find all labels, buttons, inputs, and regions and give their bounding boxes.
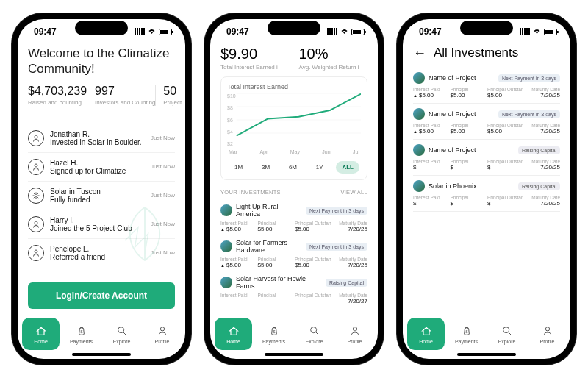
feed-item[interactable]: Penelope L.Referred a friendJust Now [28, 239, 175, 267]
divider [18, 118, 185, 118]
payments-icon: $ [75, 324, 88, 338]
signal-icon [327, 28, 337, 35]
wifi-icon [340, 26, 349, 37]
tab-home[interactable]: Home [215, 318, 252, 350]
explore-icon [501, 324, 514, 338]
label-maturity-date: Maturity Date [332, 221, 368, 226]
investment-item[interactable]: Solar Harvest for Howle FarmsRaising Cap… [220, 271, 368, 307]
status-chip: Next Payment in 3 days [498, 110, 560, 118]
svg-point-4 [35, 250, 37, 253]
range-ALL[interactable]: ALL [336, 161, 359, 174]
feed-name: Harry I. [50, 216, 145, 224]
tab-explore[interactable]: Explore [488, 318, 526, 350]
value-principal-outstanding: $5.00 [487, 128, 523, 135]
svg-point-17 [503, 327, 509, 332]
label-principal-outstanding: Principal Outstanding [487, 195, 523, 200]
value-maturity-date: 7/20/25 [525, 200, 561, 207]
investment-item[interactable]: Name of ProjectRaising CapitalInterest P… [413, 140, 560, 176]
explore-icon [115, 324, 129, 338]
tab-bar: Home $Payments Explore Profile [210, 315, 378, 352]
activity-feed: Jonathan R.Invested in Solar in Boulder.… [28, 124, 175, 279]
project-thumb-icon [413, 108, 425, 120]
project-name: Name of Project [429, 110, 495, 118]
info-icon[interactable]: i [276, 64, 278, 71]
tab-explore-label: Explore [306, 339, 323, 344]
svg-point-14 [310, 327, 316, 332]
chart-card: Total Interest Earned $10$8$6$4$2 MarApr… [220, 76, 368, 180]
login-button[interactable]: Login/Create Account [28, 282, 175, 309]
back-button[interactable]: ← [413, 46, 426, 60]
view-all-link[interactable]: VIEW ALL [340, 189, 368, 196]
profile-icon [541, 324, 554, 338]
tab-profile[interactable]: Profile [336, 318, 373, 350]
y-tick: $6 [227, 118, 236, 123]
label-principal-outstanding: Principal Outstanding [487, 87, 523, 92]
feed-item[interactable]: Jonathan R.Invested in Solar in Boulder.… [28, 124, 175, 153]
tab-home[interactable]: Home [22, 318, 60, 350]
value-maturity-date: 7/20/25 [332, 262, 368, 268]
feed-name: Jonathan R. [50, 130, 145, 138]
label-maturity-date: Maturity Date [332, 257, 368, 262]
tab-payments-label: Payments [70, 339, 93, 344]
status-chip: Next Payment in 3 days [306, 207, 368, 215]
tab-profile[interactable]: Profile [528, 318, 566, 350]
svg-point-2 [35, 194, 37, 197]
feed-item[interactable]: Harry I.Joined the 5 Project ClubJust No… [28, 210, 175, 239]
tab-bar: Home $Payments Explore Profile [403, 315, 570, 352]
home-indicator [72, 353, 131, 356]
tab-home[interactable]: Home [407, 318, 445, 350]
tab-payments[interactable]: $Payments [62, 318, 100, 350]
svg-text:$: $ [273, 329, 275, 333]
y-tick: $2 [227, 141, 236, 146]
label-principal-outstanding: Principal Outstanding [487, 159, 523, 164]
label-maturity-date: Maturity Date [525, 195, 561, 200]
info-icon[interactable]: i [358, 64, 359, 71]
range-1Y[interactable]: 1Y [310, 161, 329, 174]
investment-item[interactable]: Solar in PhoenixRaising CapitalInterest … [413, 176, 560, 212]
range-3M[interactable]: 3M [256, 161, 276, 174]
value-interest-paid: $-- [413, 164, 449, 171]
feed-item[interactable]: Solar in TusconFully fundedJust Now [28, 182, 175, 210]
stats-row: $4,703,239Raised and counting 997Investo… [28, 85, 175, 106]
payments-icon: $ [460, 324, 473, 338]
investment-item[interactable]: Name of ProjectNext Payment in 3 daysInt… [413, 104, 560, 140]
x-tick: Mar [229, 149, 237, 154]
stat-investors-label: Investors and Counting [95, 99, 155, 106]
value-maturity-date: 7/20/27 [332, 298, 368, 304]
svg-point-7 [160, 327, 164, 330]
tab-explore[interactable]: Explore [103, 318, 140, 350]
signal-icon [520, 28, 530, 35]
investment-item[interactable]: Light Up Rural AmericaNext Payment in 3 … [220, 199, 368, 235]
value-interest-paid: $5.00 [413, 128, 449, 135]
label-interest-paid: Interest Paid [413, 123, 449, 128]
label-principal: Principal [258, 221, 294, 226]
home-icon [35, 324, 48, 338]
range-6M[interactable]: 6M [283, 161, 303, 174]
kpi-interest-label: Total Interest Earned [220, 64, 275, 71]
x-tick: Jun [322, 149, 330, 154]
tab-payments[interactable]: $Payments [255, 318, 293, 350]
tab-explore[interactable]: Explore [295, 318, 333, 350]
label-principal-outstanding: Principal Outstanding [487, 123, 523, 128]
signal-icon [135, 28, 145, 35]
label-maturity-date: Maturity Date [525, 159, 561, 164]
x-tick: Jul [353, 149, 359, 154]
all-investments-list: Name of ProjectNext Payment in 3 daysInt… [413, 68, 560, 212]
project-thumb-icon [413, 180, 425, 192]
tab-profile[interactable]: Profile [143, 318, 181, 350]
svg-point-0 [35, 135, 37, 138]
tab-payments[interactable]: $Payments [448, 318, 485, 350]
wifi-icon [532, 26, 542, 37]
svg-point-18 [545, 327, 549, 330]
phone-frame-2: 09:47 $9.90Total Interest Earned i 10%Av… [204, 13, 384, 365]
project-name: Solar for Farmers Hardware [236, 239, 302, 254]
value-maturity-date: 7/20/25 [525, 92, 561, 99]
investment-item[interactable]: Name of ProjectNext Payment in 3 daysInt… [413, 68, 560, 104]
label-maturity-date: Maturity Date [525, 87, 561, 92]
investment-item[interactable]: Solar for Farmers HardwareNext Payment i… [220, 235, 368, 271]
label-principal: Principal [451, 123, 487, 128]
x-tick: May [290, 149, 300, 154]
range-1M[interactable]: 1M [229, 161, 248, 174]
feed-item[interactable]: Hazel H.Signed up for ClimatizeJust Now [28, 153, 175, 182]
label-principal: Principal [258, 293, 294, 298]
